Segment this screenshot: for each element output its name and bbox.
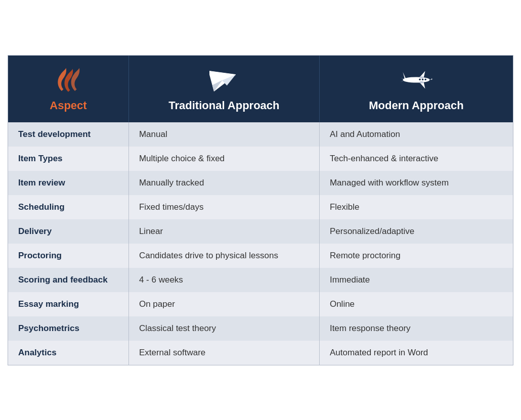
aspect-cell: Scoring and feedback [8, 268, 128, 292]
table-row: PsychometricsClassical test theoryItem r… [8, 316, 513, 341]
traditional-cell: Manual [128, 122, 319, 147]
aspect-cell: Psychometrics [8, 316, 128, 341]
aspect-cell: Item review [8, 171, 128, 195]
airplane-icon-area [326, 65, 507, 95]
modern-cell: Automated report in Word [319, 341, 513, 365]
aspect-cell: Scheduling [8, 195, 128, 219]
table-row: Item TypesMultiple choice & fixedTech-en… [8, 147, 513, 171]
aspect-cell: Analytics [8, 341, 128, 365]
table-row: AnalyticsExternal softwareAutomated repo… [8, 341, 513, 365]
table-row: Item reviewManually trackedManaged with … [8, 171, 513, 195]
aspect-title: Aspect [14, 99, 122, 112]
traditional-header: Traditional Approach [128, 56, 319, 122]
modern-title: Modern Approach [326, 99, 507, 112]
traditional-cell: Multiple choice & fixed [128, 147, 319, 171]
modern-cell: AI and Automation [319, 122, 513, 147]
traditional-title: Traditional Approach [135, 99, 313, 112]
table-row: DeliveryLinearPersonalized/adaptive [8, 219, 513, 244]
aspect-cell: Test development [8, 122, 128, 147]
modern-cell: Item response theory [319, 316, 513, 341]
modern-cell: Tech-enhanced & interactive [319, 147, 513, 171]
aspect-header: Aspect [8, 56, 128, 122]
svg-point-6 [419, 78, 421, 80]
modern-cell: Managed with workflow system [319, 171, 513, 195]
aspect-cell: Proctoring [8, 244, 128, 268]
modern-cell: Remote proctoring [319, 244, 513, 268]
comparison-table: Aspect [8, 55, 513, 365]
table-body: Test developmentManualAI and AutomationI… [8, 122, 513, 365]
traditional-cell: 4 - 6 weeks [128, 268, 319, 292]
logo-icon-area [14, 65, 122, 95]
traditional-cell: On paper [128, 292, 319, 316]
traditional-cell: Manually tracked [128, 171, 319, 195]
traditional-cell: Fixed times/days [128, 195, 319, 219]
paper-plane-icon-area [135, 65, 313, 95]
traditional-cell: External software [128, 341, 319, 365]
logo-icon [51, 62, 86, 98]
paper-plane-icon [209, 65, 239, 95]
traditional-cell: Linear [128, 219, 319, 244]
modern-cell: Personalized/adaptive [319, 219, 513, 244]
airplane-icon [399, 67, 434, 92]
table-row: ProctoringCandidates drive to physical l… [8, 244, 513, 268]
aspect-cell: Item Types [8, 147, 128, 171]
table-row: Test developmentManualAI and Automation [8, 122, 513, 147]
table-row: Scoring and feedback4 - 6 weeksImmediate [8, 268, 513, 292]
svg-point-4 [419, 76, 423, 78]
svg-point-7 [422, 78, 424, 80]
svg-point-8 [424, 78, 426, 80]
table-row: Essay markingOn paperOnline [8, 292, 513, 316]
aspect-cell: Delivery [8, 219, 128, 244]
header-row: Aspect [8, 56, 513, 122]
aspect-cell: Essay marking [8, 292, 128, 316]
table-row: SchedulingFixed times/daysFlexible [8, 195, 513, 219]
traditional-cell: Classical test theory [128, 316, 319, 341]
traditional-cell: Candidates drive to physical lessons [128, 244, 319, 268]
modern-cell: Immediate [319, 268, 513, 292]
modern-cell: Online [319, 292, 513, 316]
modern-cell: Flexible [319, 195, 513, 219]
svg-point-5 [419, 81, 423, 83]
modern-header: Modern Approach [319, 56, 513, 122]
